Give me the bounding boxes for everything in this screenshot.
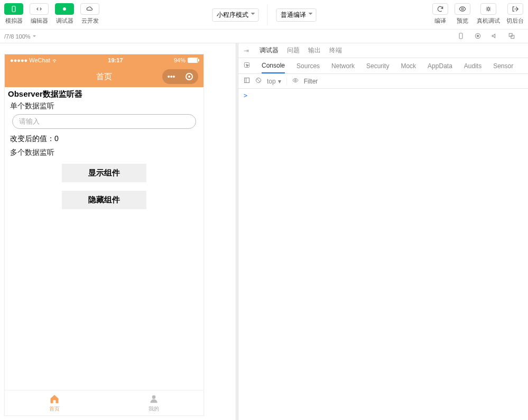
home-icon [49,394,60,404]
tab-me-label: 我的 [149,405,159,413]
simulator-pane: ●●●●● WeChat 19:17 94% 首页 ••• Observer数据… [0,43,236,420]
record-icon[interactable] [474,32,481,41]
sub-toolbar: /7/8 100% [0,30,528,43]
remote-debug-button[interactable]: 真机调试 [477,3,500,25]
editor-button[interactable]: 编辑器 [30,3,49,25]
panel-tab-debugger[interactable]: 调试器 [260,46,279,55]
debugger-button[interactable]: 调试器 [55,3,74,25]
background-button[interactable]: 切后台 [506,3,524,25]
preview-button[interactable]: 预览 [455,3,470,25]
remote-debug-icon [480,3,496,15]
live-expression-icon[interactable] [292,77,299,85]
console-sidebar-icon[interactable] [244,77,250,85]
refresh-icon [432,3,448,15]
console-body[interactable]: > [238,89,528,420]
device-zoom-select[interactable]: /7/8 100% [4,33,36,40]
sub-toolbar-icons [457,32,515,41]
sim-buttons: 显示组件 隐藏组件 [5,164,203,209]
subtab-sensor[interactable]: Sensor [493,62,513,70]
subtab-audits[interactable]: Audits [464,62,481,70]
sim-time: 19:17 [57,57,174,63]
code-icon [30,3,49,15]
svg-point-6 [477,35,479,37]
mode-select[interactable]: 小程序模式 [212,8,258,22]
simulator-button[interactable]: 模拟器 [4,3,23,25]
sim-page-body: Observer数据监听器 单个数据监听 请输入 改变后的值：0 多个数据监听 … [5,87,203,390]
compile-label: 编译 [434,17,446,25]
sim-carrier: ●●●●● WeChat [10,57,57,63]
top-toolbar: 模拟器 编辑器 调试器 云开发 小程序模式 普通编译 编译 预览 真机 [0,0,528,30]
toolbar-center-group: 小程序模式 普通编译 [212,4,316,25]
single-observe-label: 单个数据监听 [5,100,203,112]
panel-tab-output[interactable]: 输出 [308,46,321,55]
svg-point-3 [487,8,490,11]
debugger-label: 调试器 [56,17,73,25]
devtools-panel-tabs: ⇥ 调试器 问题 输出 终端 [238,43,528,58]
sim-tabbar: 首页 我的 [5,390,203,415]
tab-home[interactable]: 首页 [5,390,104,415]
changed-value-row: 改变后的值：0 [5,131,203,147]
background-label: 切后台 [506,17,524,25]
svg-point-2 [461,8,464,10]
console-prompt: > [244,92,247,99]
hide-component-button[interactable]: 隐藏组件 [62,191,146,209]
simulator-label: 模拟器 [5,17,23,25]
subtab-mock[interactable]: Mock [401,62,416,70]
svg-point-1 [63,7,66,11]
editor-label: 编辑器 [31,17,48,25]
chevron-down-icon: ▾ [278,78,281,85]
elements-select-icon[interactable] [244,62,250,70]
phone-icon [4,3,23,15]
separator [267,4,267,25]
compile-button[interactable]: 编译 [432,3,448,25]
subtab-console[interactable]: Console [262,62,285,73]
multi-observe-label: 多个数据监听 [5,147,203,158]
subtab-appdata[interactable]: AppData [428,62,452,70]
subtab-security[interactable]: Security [366,62,389,70]
svg-point-13 [294,80,296,81]
console-toolbar: top ▾ [238,74,528,89]
changed-value: 0 [54,134,59,143]
capsule-button[interactable]: ••• [162,69,198,84]
mute-icon[interactable] [491,32,498,41]
rotate-icon[interactable] [457,32,465,41]
devtools-sub-tabs: Console Sources Network Security Mock Ap… [238,58,528,74]
exit-icon [507,3,523,15]
observe-input[interactable]: 请输入 [12,114,196,129]
page-heading: Observer数据监听器 [5,87,203,100]
preview-label: 预览 [457,17,468,25]
subtab-network[interactable]: Network [331,62,355,70]
panel-tab-problems[interactable]: 问题 [287,46,300,55]
remote-debug-label: 真机调试 [477,17,500,25]
sim-battery: 94% [174,57,198,63]
svg-rect-0 [12,6,15,12]
sim-nav-title: 首页 [96,72,112,82]
eye-icon [455,3,470,15]
capsule-more-icon: ••• [168,72,175,81]
panel-tab-terminal[interactable]: 终端 [329,46,342,55]
tab-me[interactable]: 我的 [104,390,203,415]
toolbar-right-group: 编译 预览 真机调试 切后台 [432,3,524,25]
svg-point-9 [152,395,156,399]
bug-icon [55,3,74,15]
subtab-sources[interactable]: Sources [297,62,320,70]
main-split: ●●●●● WeChat 19:17 94% 首页 ••• Observer数据… [0,43,528,420]
context-select[interactable]: top ▾ [267,78,287,85]
capsule-close-icon [186,73,193,80]
filter-input[interactable] [304,78,523,85]
detach-icon[interactable] [508,32,515,41]
tab-home-label: 首页 [49,405,60,413]
toolbar-left-group: 模拟器 编辑器 调试器 云开发 [4,3,99,25]
sim-nav-bar: 首页 ••• [5,66,203,87]
svg-rect-4 [459,33,462,39]
devtools-pane: ⇥ 调试器 问题 输出 终端 Console Sources Network S… [238,43,528,420]
cloud-icon [80,3,99,15]
cloud-dev-label: 云开发 [81,17,99,25]
clear-console-icon[interactable] [255,77,262,85]
show-component-button[interactable]: 显示组件 [62,164,146,182]
user-icon [149,394,159,404]
pin-icon[interactable]: ⇥ [244,47,249,54]
compile-select[interactable]: 普通编译 [276,8,316,22]
sim-status-bar: ●●●●● WeChat 19:17 94% [5,54,203,66]
cloud-dev-button[interactable]: 云开发 [80,3,99,25]
